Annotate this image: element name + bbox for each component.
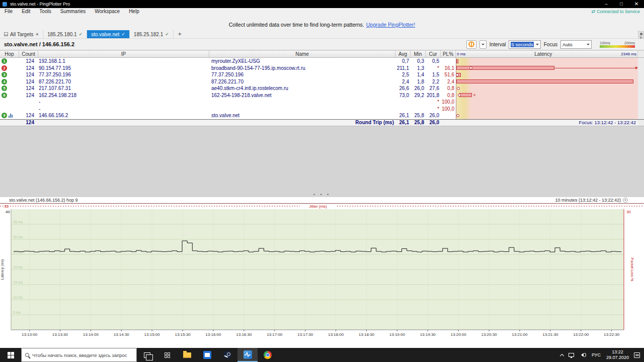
menu-tools[interactable]: Tools [35,8,55,15]
tab-all-targets[interactable]: All Targets ✕ [0,30,43,38]
table-row[interactable]: 6124162.254.198.218162-254-198-218.valve… [0,92,644,99]
menu-edit[interactable]: Edit [17,8,35,15]
pl-cell: 16,1 [441,65,456,72]
table-row[interactable]: 5124217.107.67.31ae40.stkm-cr4.intl.ip.r… [0,85,644,92]
col-min[interactable]: Min [411,51,426,57]
app-grid-icon [165,352,170,358]
interval-value: 5 seconds [511,42,533,47]
tab-label: sto.valve.net [91,32,119,37]
focus-select[interactable]: Auto [560,40,592,49]
close-button[interactable]: ✕ [629,0,644,8]
interval-select[interactable]: 5 seconds [509,40,540,49]
svg-text:13:17:30: 13:17:30 [297,332,313,337]
table-row[interactable]: -*100,0 [0,99,644,106]
hop-cell: 9 [0,112,19,119]
latency-range-bar [456,59,458,63]
bell-icon [640,33,642,35]
focus-value: Auto [562,42,573,47]
hidden-icons-chevron[interactable] [560,353,564,357]
upgrade-link[interactable]: Upgrade PingPlotter! [366,22,415,28]
check-icon: ✓ [79,32,83,37]
col-pl[interactable]: PL% [441,51,456,57]
blue-app-button[interactable] [197,348,217,362]
svg-text:13:18:00: 13:18:00 [328,332,344,337]
chevron-down-icon [624,200,626,202]
tab-185-25-180-1[interactable]: 185.25.180.1 ✓ [43,30,87,38]
start-button[interactable] [0,348,21,362]
table-row[interactable]: 9124146.66.156.2sto.valve.net26,125,826,… [0,112,644,119]
row-gutter [638,65,644,72]
taskbar-search[interactable] [21,348,137,362]
maximize-button[interactable]: □ [614,0,629,8]
col-avg[interactable]: Avg [395,51,411,57]
add-tab-button[interactable]: + [174,30,186,38]
timeline-pane: sto.valve.net (146.66.156.2) hop 9 10 mi… [0,197,644,338]
latency-timeline-chart[interactable]: 13:13:0013:13:3013:14:0013:14:3013:15:00… [0,203,644,338]
app-grid-button[interactable] [157,348,177,362]
svg-text:Jitter (ms): Jitter (ms) [309,204,327,209]
tab-185-25-182-1[interactable]: 185.25.182.1 ✓ [130,30,174,38]
minimize-button[interactable]: – [599,0,614,8]
menu-help[interactable]: Help [124,8,144,15]
graph-menu-icon[interactable] [623,198,628,203]
file-explorer-button[interactable] [177,348,197,362]
col-hop[interactable]: Hop [0,51,19,57]
col-count[interactable]: Count [19,51,38,57]
count-cell: 124 [19,71,38,78]
tab-sto-valve-net[interactable]: sto.valve.net ✓ [87,30,130,38]
close-tab-icon[interactable]: ✕ [36,32,39,37]
col-latency[interactable]: 0 ms Latency 2346 ms [456,51,638,57]
action-center-icon[interactable] [634,352,640,358]
table-row[interactable]: 1124192.168.1.1myrouter.ZyXEL-USG0,70,30… [0,58,644,65]
pause-dropdown[interactable] [479,40,487,49]
trace-table: Hop Count IP Name Avg Min Cur PL% 0 ms L… [0,50,644,126]
pane-splitter[interactable]: • • • [0,193,644,197]
sync-icon: ⇄ [591,9,595,14]
volume-icon[interactable] [579,353,586,357]
svg-text:13:21:30: 13:21:30 [542,332,558,337]
count-cell [19,106,38,113]
menu-summaries[interactable]: Summaries [56,8,91,15]
search-input[interactable] [32,352,133,358]
language-indicator[interactable]: РУС [591,352,601,357]
task-view-button[interactable] [137,348,157,362]
target-title: sto.valve.net / 146.66.156.2 [4,41,74,47]
chrome-button[interactable] [258,348,278,362]
row-gutter [638,71,644,78]
pause-button[interactable] [466,40,476,49]
col-name[interactable]: Name [209,51,395,57]
round-trip-min: 25,8 [411,120,426,126]
titlebar: sto.valve.net - PingPlotter Pro – □ ✕ [0,0,644,8]
count-cell: 124 [19,78,38,85]
round-trip-row: 124 Round Trip (ms) 26,1 25,8 26,0 Focus… [0,119,644,127]
network-icon[interactable] [569,353,574,357]
hop-cell: 1 [0,58,19,65]
upgrade-notice: Collect unlimited data over time to find… [0,15,644,30]
table-row[interactable]: 412487.226.221.7087.226.221.702,41,82,22… [0,78,644,85]
latency-range-bar [456,79,633,83]
table-row[interactable]: -*100,0 [0,106,644,113]
table-row[interactable]: 212490.154.77.195broadband-90-154-77-195… [0,65,644,72]
connection-status: ⇄Connected to Service [591,9,640,14]
row-gutter [638,92,644,99]
taskbar-clock[interactable]: 13:22 29.07.2020 [606,349,629,361]
steam-button[interactable] [217,348,237,362]
latency-cell [456,78,638,85]
col-cur[interactable]: Cur [426,51,441,57]
pingplotter-taskbar-button[interactable] [237,348,258,362]
legend-gradient [600,45,635,48]
menu-workspace[interactable]: Workspace [90,8,124,15]
col-ip[interactable]: IP [38,51,209,57]
header-gutter [638,51,644,57]
avg-cell: 211,1 [395,65,411,72]
chevron-down-icon [587,44,590,47]
latency-cell [456,71,638,78]
svg-text:30 ms: 30 ms [13,235,23,239]
taskbar: РУС 13:22 29.07.2020 [0,348,644,362]
svg-text:13:16:00: 13:16:00 [205,332,221,337]
name-cell: ae40.stkm-cr4.intl.ip.rostelecom.ru [209,85,395,92]
menu-file[interactable]: File [0,8,17,15]
ip-cell: - [38,99,209,106]
hop-cell: 4 [0,78,19,85]
table-row[interactable]: 312477.37.250.19677.37.250.1962,51,41,55… [0,71,644,78]
